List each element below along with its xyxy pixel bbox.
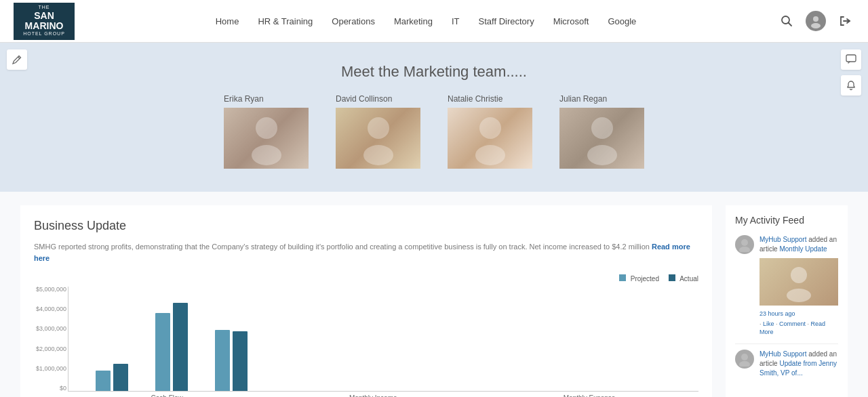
svg-point-2 bbox=[813, 16, 818, 22]
legend-projected-dot bbox=[619, 274, 626, 281]
bar-income-projected bbox=[155, 313, 170, 391]
svg-point-18 bbox=[787, 289, 811, 302]
bar-income-actual bbox=[173, 303, 188, 391]
x-label-cashflow: Cash Flow bbox=[151, 394, 183, 397]
nav-home[interactable]: Home bbox=[216, 14, 239, 29]
svg-point-10 bbox=[479, 117, 501, 139]
activity-time-1[interactable]: 23 hours ago bbox=[760, 310, 838, 318]
legend-actual: Actual bbox=[669, 274, 698, 283]
svg-point-13 bbox=[587, 145, 617, 165]
nav-microsoft[interactable]: Microsoft bbox=[553, 14, 589, 29]
y-axis: $5,000,000 $4,000,000 $3,000,000 $2,000,… bbox=[34, 287, 66, 392]
svg-rect-14 bbox=[846, 55, 856, 62]
photo-person-3 bbox=[448, 108, 532, 169]
svg-point-16 bbox=[739, 247, 750, 252]
chart-bars-container bbox=[68, 287, 698, 392]
svg-point-8 bbox=[368, 117, 389, 139]
header-icons bbox=[777, 11, 854, 31]
svg-point-6 bbox=[256, 117, 277, 139]
legend-projected: Projected bbox=[619, 274, 659, 283]
business-update-panel: Business Update SMHG reported strong pro… bbox=[20, 205, 712, 397]
bar-expense-actual bbox=[233, 331, 248, 391]
chart-group-income bbox=[155, 303, 188, 391]
user-avatar[interactable] bbox=[806, 11, 826, 31]
chart-group-cashflow bbox=[96, 364, 128, 391]
activity-feed-title: My Activity Feed bbox=[735, 215, 838, 226]
nav-staff-directory[interactable]: Staff Directory bbox=[479, 14, 534, 29]
photo-person-1 bbox=[224, 108, 309, 169]
nav-it[interactable]: IT bbox=[452, 14, 460, 29]
activity-actions-1: · Like · Comment · Read More bbox=[760, 320, 838, 337]
header: THE SAN MARINO HOTEL GROUP Home HR & Tra… bbox=[0, 0, 868, 43]
bar-cashflow-projected bbox=[96, 371, 111, 391]
logo[interactable]: THE SAN MARINO HOTEL GROUP bbox=[14, 3, 75, 40]
team-member-name-4: Julian Regan bbox=[559, 94, 607, 104]
chart-area: Projected Actual $5,000,000 $4,000,000 $… bbox=[34, 274, 698, 397]
comment-link-1[interactable]: Comment bbox=[779, 320, 806, 327]
svg-point-3 bbox=[811, 23, 821, 28]
hero-right-icons bbox=[841, 49, 861, 96]
svg-point-12 bbox=[591, 117, 613, 139]
activity-image-1 bbox=[760, 258, 838, 306]
activity-article-link-1[interactable]: Monthly Update bbox=[779, 245, 827, 253]
team-member-2: David Collinson bbox=[336, 94, 420, 169]
team-photo-2 bbox=[336, 108, 420, 169]
team-member-name-1: Erika Ryan bbox=[224, 94, 264, 104]
hero-section: Meet the Marketing team..... Erika Ryan … bbox=[0, 43, 868, 192]
like-link-1[interactable]: Like bbox=[763, 320, 774, 327]
logo-group: HOTEL GROUP bbox=[23, 31, 65, 37]
chart-group-expense bbox=[215, 330, 248, 391]
logo-name: SAN MARINO bbox=[16, 11, 72, 32]
activity-avatar-2 bbox=[735, 350, 754, 369]
activity-avatar-1 bbox=[735, 235, 754, 254]
divider-1 bbox=[735, 343, 838, 344]
activity-author-2[interactable]: MyHub Support bbox=[760, 350, 806, 358]
team-photo-3 bbox=[448, 108, 532, 169]
logout-icon[interactable] bbox=[835, 12, 854, 30]
chart-wrapper: $5,000,000 $4,000,000 $3,000,000 $2,000,… bbox=[34, 287, 698, 392]
legend-actual-dot bbox=[669, 274, 675, 281]
team-photo-1 bbox=[224, 108, 309, 169]
bar-cashflow-actual bbox=[113, 364, 128, 391]
team-member-3: Natalie Christie bbox=[448, 94, 532, 169]
chat-icon[interactable] bbox=[841, 49, 861, 70]
edit-icon[interactable] bbox=[7, 49, 27, 70]
svg-line-1 bbox=[789, 23, 792, 26]
team-member-name-3: Natalie Christie bbox=[448, 94, 502, 104]
photo-person-2 bbox=[336, 108, 420, 169]
bell-icon[interactable] bbox=[841, 75, 861, 96]
team-member-name-2: David Collinson bbox=[336, 94, 392, 104]
activity-item-2: MyHub Support added an article Update fr… bbox=[735, 350, 838, 378]
search-icon[interactable] bbox=[777, 12, 796, 30]
main-nav: Home HR & Training Operations Marketing … bbox=[75, 14, 777, 29]
nav-operations[interactable]: Operations bbox=[332, 14, 375, 29]
svg-point-11 bbox=[475, 145, 505, 165]
chart-legend: Projected Actual bbox=[34, 274, 698, 283]
activity-author-1[interactable]: MyHub Support bbox=[760, 236, 806, 243]
nav-marketing[interactable]: Marketing bbox=[394, 14, 433, 29]
svg-point-17 bbox=[791, 267, 807, 283]
svg-point-15 bbox=[741, 239, 748, 246]
hero-title: Meet the Marketing team..... bbox=[41, 63, 827, 81]
svg-point-9 bbox=[363, 145, 393, 165]
nav-google[interactable]: Google bbox=[608, 14, 636, 29]
activity-content-2: MyHub Support added an article Update fr… bbox=[760, 350, 838, 378]
activity-feed-panel: My Activity Feed MyHub Support added an … bbox=[726, 205, 848, 397]
content-area: Business Update SMHG reported strong pro… bbox=[0, 192, 868, 397]
svg-point-20 bbox=[739, 361, 750, 367]
chart-x-labels: Cash Flow Monthly Income Monthly Expense bbox=[34, 394, 698, 397]
x-label-income: Monthly Income bbox=[349, 394, 397, 397]
photo-person-4 bbox=[559, 108, 644, 169]
bar-expense-projected bbox=[215, 330, 230, 391]
svg-point-19 bbox=[741, 354, 748, 360]
team-member-1: Erika Ryan bbox=[224, 94, 309, 169]
business-update-text: SMHG reported strong profits, demonstrat… bbox=[34, 241, 698, 264]
team-photo-4 bbox=[559, 108, 644, 169]
team-member-4: Julian Regan bbox=[559, 94, 644, 169]
svg-point-7 bbox=[252, 145, 281, 165]
activity-item-1: MyHub Support added an article Monthly U… bbox=[735, 235, 838, 337]
activity-content-1: MyHub Support added an article Monthly U… bbox=[760, 235, 838, 337]
team-grid: Erika Ryan David Collinson bbox=[41, 94, 827, 169]
svg-line-5 bbox=[18, 57, 20, 59]
nav-hr-training[interactable]: HR & Training bbox=[258, 14, 313, 29]
